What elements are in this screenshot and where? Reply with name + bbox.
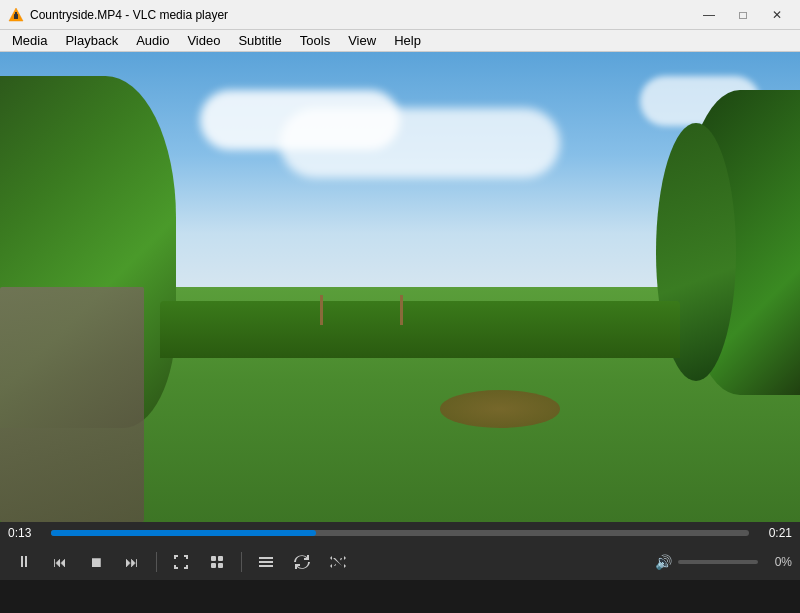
playlist-button[interactable] (250, 548, 282, 576)
fence-post1 (320, 295, 323, 325)
vlc-icon (8, 7, 24, 23)
volume-label: 0% (764, 555, 792, 569)
volume-icon[interactable]: 🔊 (655, 554, 672, 570)
hedge-mid (160, 301, 680, 357)
menu-view[interactable]: View (340, 31, 384, 50)
loop-button[interactable] (286, 548, 318, 576)
menu-subtitle[interactable]: Subtitle (230, 31, 289, 50)
video-frame (0, 52, 800, 522)
title-controls: — □ ✕ (694, 5, 792, 25)
fence-post2 (400, 295, 403, 325)
window-title: Countryside.MP4 - VLC media player (30, 8, 228, 22)
random-button[interactable] (322, 548, 354, 576)
next-button[interactable]: ⏭ (116, 548, 148, 576)
stone-wall (0, 287, 144, 522)
svg-rect-9 (259, 561, 273, 563)
stop-button[interactable]: ⏹ (80, 548, 112, 576)
menu-tools[interactable]: Tools (292, 31, 338, 50)
svg-rect-8 (259, 557, 273, 559)
control-bar: 0:13 0:21 ⏸ ⏮ ⏹ ⏭ (0, 522, 800, 580)
dirt-patch (440, 390, 560, 428)
svg-rect-5 (218, 556, 223, 561)
fullscreen-button[interactable] (165, 548, 197, 576)
separator1 (156, 552, 157, 572)
menu-video[interactable]: Video (179, 31, 228, 50)
menu-audio[interactable]: Audio (128, 31, 177, 50)
volume-track[interactable] (678, 560, 758, 564)
extended-button[interactable] (201, 548, 233, 576)
minimize-button[interactable]: — (694, 5, 724, 25)
progress-track[interactable] (51, 530, 749, 536)
svg-rect-4 (211, 556, 216, 561)
menu-playback[interactable]: Playback (57, 31, 126, 50)
svg-rect-10 (259, 565, 273, 567)
cloud2 (280, 108, 560, 178)
svg-rect-6 (211, 563, 216, 568)
title-bar: Countryside.MP4 - VLC media player — □ ✕ (0, 0, 800, 30)
maximize-button[interactable]: □ (728, 5, 758, 25)
title-left: Countryside.MP4 - VLC media player (8, 7, 228, 23)
close-button[interactable]: ✕ (762, 5, 792, 25)
prev-button[interactable]: ⏮ (44, 548, 76, 576)
controls-row: ⏸ ⏮ ⏹ ⏭ (0, 544, 800, 580)
menu-bar: Media Playback Audio Video Subtitle Tool… (0, 30, 800, 52)
svg-rect-3 (15, 12, 17, 15)
time-current: 0:13 (8, 526, 43, 540)
separator2 (241, 552, 242, 572)
video-area[interactable] (0, 52, 800, 522)
progress-fill (51, 530, 316, 536)
menu-media[interactable]: Media (4, 31, 55, 50)
pause-button[interactable]: ⏸ (8, 548, 40, 576)
time-total: 0:21 (757, 526, 792, 540)
volume-area: 🔊 0% (655, 554, 792, 570)
progress-area: 0:13 0:21 (0, 522, 800, 544)
menu-help[interactable]: Help (386, 31, 429, 50)
svg-rect-7 (218, 563, 223, 568)
